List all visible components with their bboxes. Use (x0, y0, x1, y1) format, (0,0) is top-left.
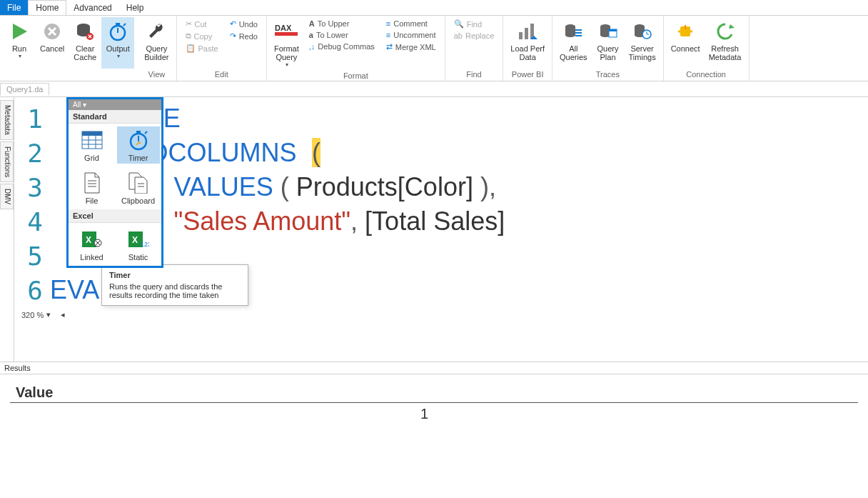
paste-button[interactable]: 📋Paste (183, 43, 221, 54)
grid-icon (81, 131, 103, 149)
refresh-metadata-button[interactable]: Refresh Metadata (705, 17, 746, 69)
svg-rect-11 (525, 28, 528, 39)
wrench-icon (147, 22, 166, 41)
output-static-button[interactable]: X123 Static (117, 226, 160, 263)
dax-formatter-icon: DAX (274, 22, 298, 41)
cancel-icon (44, 23, 61, 40)
line-number: 2 (21, 139, 43, 168)
copy-button[interactable]: ⧉Copy (183, 31, 221, 41)
line-number: 3 (21, 173, 43, 202)
svg-line-34 (145, 131, 147, 134)
search-icon: 🔍 (454, 19, 464, 29)
svg-rect-5 (116, 23, 120, 25)
menu-help[interactable]: Help (119, 0, 151, 15)
tooltip-timer: Timer Runs the query and discards the re… (101, 264, 248, 306)
svg-rect-14 (575, 29, 582, 31)
dropdown-header-all[interactable]: All ▾ (69, 99, 161, 110)
uncomment-icon: ≡ (386, 31, 390, 39)
replace-icon: ab (454, 31, 463, 40)
clear-cache-button[interactable]: Clear Cache (69, 17, 101, 69)
output-button[interactable]: Output▾ (101, 17, 134, 69)
sidetab-functions[interactable]: Functions (0, 141, 14, 182)
cut-button[interactable]: ✂Cut (183, 19, 221, 29)
svg-rect-32 (136, 131, 141, 133)
svg-text:123: 123 (141, 241, 149, 248)
all-queries-button[interactable]: All Queries (555, 17, 592, 69)
svg-line-7 (123, 24, 126, 26)
cancel-button[interactable]: Cancel (36, 17, 69, 69)
redo-button[interactable]: ↷Redo (227, 31, 261, 41)
server-timings-button[interactable]: Server Timings (625, 17, 660, 69)
svg-rect-16 (575, 35, 582, 36)
find-button[interactable]: 🔍Find (451, 19, 498, 29)
output-clipboard-button[interactable]: Clipboard (117, 169, 160, 206)
letter-a-lower-icon: a (309, 31, 313, 39)
svg-rect-19 (609, 29, 617, 31)
svg-rect-23 (685, 25, 686, 29)
menu-advanced[interactable]: Advanced (66, 0, 118, 15)
results-table: Value 1 (10, 383, 858, 425)
line-number: 5 (21, 241, 43, 271)
svg-rect-10 (519, 32, 523, 39)
replace-button[interactable]: abReplace (451, 31, 498, 41)
output-linked-button[interactable]: X Linked (71, 226, 113, 263)
comma-icon: ,↓ (309, 42, 316, 51)
sidetab-metadata[interactable]: Metadata (0, 100, 14, 140)
menu-home[interactable]: Home (28, 0, 66, 15)
tooltip-body: Runs the query and discards the results … (109, 282, 241, 299)
query-plan-button[interactable]: Query Plan (592, 17, 625, 69)
comment-button[interactable]: ≡Comment (383, 19, 439, 29)
document-tabs: Query1.da (0, 81, 868, 97)
svg-rect-26 (82, 131, 102, 136)
svg-marker-24 (729, 24, 735, 29)
merge-xml-button[interactable]: ⇄Merge XML (383, 41, 439, 52)
svg-text:DAX: DAX (275, 24, 292, 32)
to-lower-button[interactable]: aTo Lower (306, 30, 378, 40)
refresh-icon (716, 22, 735, 41)
dropdown-section-excel: Excel (69, 209, 161, 223)
svg-rect-15 (575, 32, 582, 34)
comment-icon: ≡ (386, 19, 390, 28)
zoom-indicator[interactable]: 320 %▾ ◂ (21, 310, 861, 319)
query-builder-button[interactable]: Query Builder (140, 17, 173, 69)
load-perf-data-button[interactable]: Load Perf Data (506, 17, 549, 69)
results-cell[interactable]: 1 (10, 403, 434, 426)
timer-icon (108, 21, 128, 41)
merge-icon: ⇄ (386, 42, 393, 51)
letter-a-icon: A (309, 19, 315, 28)
excel-linked-icon: X (81, 229, 103, 249)
menu-file[interactable]: File (0, 0, 28, 15)
output-file-button[interactable]: File (71, 169, 113, 206)
play-icon (10, 22, 29, 41)
timer-icon (128, 129, 149, 151)
uncomment-button[interactable]: ≡Uncomment (383, 30, 439, 40)
tab-query1[interactable]: Query1.da (0, 83, 49, 96)
output-grid-button[interactable]: Grid (71, 126, 113, 164)
code-editor[interactable]: All ▾ Standard Grid Timer File Clipboard… (14, 97, 868, 362)
file-icon (84, 172, 101, 194)
copy-icon: ⧉ (186, 31, 191, 41)
results-header: Results (0, 362, 868, 374)
connect-button[interactable]: Connect (667, 17, 705, 69)
results-panel: Value 1 (0, 374, 868, 434)
format-query-button[interactable]: DAX Format Query▾ (270, 17, 303, 70)
undo-icon: ↶ (230, 19, 236, 29)
results-col-header[interactable]: Value (10, 383, 434, 403)
run-button[interactable]: Run▾ (3, 17, 36, 69)
line-number: 6 (21, 276, 43, 305)
svg-text:X: X (86, 235, 91, 245)
svg-marker-0 (13, 24, 27, 39)
output-dropdown: All ▾ Standard Grid Timer File Clipboard… (66, 97, 163, 268)
to-upper-button[interactable]: ATo Upper (306, 19, 378, 29)
line-number: 4 (21, 207, 43, 236)
plug-icon (676, 22, 695, 41)
svg-text:X: X (132, 235, 138, 245)
line-number: 1 (21, 104, 43, 134)
debug-commas-button[interactable]: ,↓Debug Commas (306, 41, 378, 51)
sidetab-dmv[interactable]: DMV (0, 184, 14, 209)
undo-button[interactable]: ↶Undo (227, 19, 261, 29)
output-timer-button[interactable]: Timer (117, 126, 160, 164)
clipboard-icon: 📋 (186, 44, 196, 53)
db-list-icon (564, 22, 582, 41)
redo-icon: ↷ (230, 31, 236, 41)
